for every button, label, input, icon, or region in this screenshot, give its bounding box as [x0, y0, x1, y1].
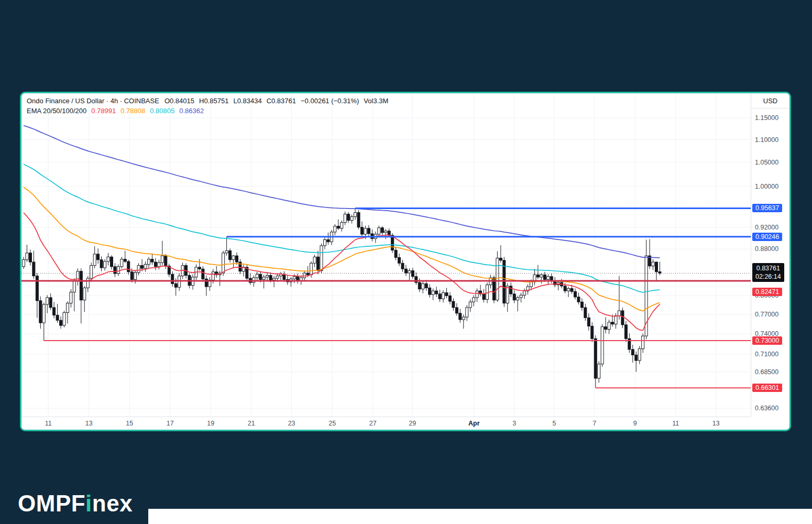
price-tick: 0.92000 — [755, 224, 778, 231]
low-value: L0.83434 — [233, 96, 261, 106]
logo-prefix: OMPF — [18, 490, 85, 516]
level-price-chip: 0.90246 — [752, 233, 782, 241]
volume-value: Vol3.3M — [364, 96, 388, 106]
ema-value: 0.86362 — [179, 107, 204, 115]
currency-label: USD — [751, 93, 789, 108]
chart-card-inner: Ondo Finance / US Dollar · 4h · COINBASE… — [21, 93, 789, 430]
close-value: C0.83761 — [267, 96, 296, 106]
candlestick-plot[interactable] — [21, 93, 751, 417]
price-tick: 0.77000 — [755, 311, 778, 318]
date-tick: 11 — [672, 420, 679, 427]
date-tick: 3 — [512, 420, 516, 427]
chart-legend: Ondo Finance / US Dollar · 4h · COINBASE… — [27, 96, 393, 116]
page: { "colors": { "background": "#0f2a3d", "… — [0, 0, 812, 524]
logo-accent-letter: i — [85, 490, 92, 516]
current-price-chip: 0.83761 02:26:14 — [752, 263, 784, 282]
ema-value: 0.78808 — [120, 107, 145, 115]
price-tick: 0.71000 — [755, 351, 778, 358]
date-tick: 15 — [126, 420, 133, 427]
level-price-chip: 0.66301 — [752, 384, 782, 392]
date-tick: 17 — [167, 420, 174, 427]
date-tick: 11 — [45, 420, 52, 427]
ema-legend-label[interactable]: EMA 20/50/100/200 — [27, 106, 86, 116]
date-tick: 21 — [248, 420, 255, 427]
high-value: H0.85751 — [199, 96, 228, 106]
date-tick: Apr — [468, 420, 480, 427]
price-tick: 0.68500 — [755, 368, 778, 376]
open-value: O0.84015 — [164, 96, 194, 106]
candle-countdown: 02:26:14 — [755, 272, 781, 281]
date-tick: 19 — [207, 420, 214, 427]
price-tick: 0.63600 — [755, 405, 778, 412]
date-tick: 13 — [85, 420, 93, 427]
date-tick: 13 — [712, 420, 720, 427]
logo-suffix: nex — [92, 490, 133, 516]
price-tick: 1.15000 — [755, 114, 778, 122]
current-price-value: 0.83761 — [755, 264, 781, 272]
level-price-chip: 0.73000 — [752, 336, 782, 345]
date-tick: 23 — [288, 420, 295, 427]
date-tick: 7 — [592, 420, 596, 427]
symbol-title[interactable]: Ondo Finance / US Dollar · 4h · COINBASE — [27, 96, 159, 106]
price-tick: 1.00000 — [755, 183, 778, 190]
date-tick: 9 — [633, 420, 637, 427]
symbol-row: Ondo Finance / US Dollar · 4h · COINBASE… — [27, 96, 393, 106]
date-axis[interactable]: 11131517192123252729Apr35791113 — [21, 417, 751, 430]
level-price-chip: 0.95637 — [752, 204, 782, 212]
date-tick: 25 — [328, 420, 336, 427]
ompfinex-logo: OMPFinex — [18, 490, 133, 517]
ema-legend-row: EMA 20/50/100/200 0.789910.788080.808050… — [27, 106, 393, 116]
level-price-chip: 0.82471 — [752, 288, 782, 296]
change-value: −0.00261 (−0.31%) — [301, 96, 359, 106]
price-axis[interactable]: USD 1.150001.100001.050001.000000.920000… — [751, 93, 789, 417]
chart-card: Ondo Finance / US Dollar · 4h · COINBASE… — [20, 92, 791, 431]
price-tick: 1.05000 — [755, 159, 778, 166]
ema-legend-values: 0.789910.788080.808050.86362 — [91, 106, 209, 116]
date-tick: 29 — [409, 420, 416, 427]
date-tick: 5 — [552, 420, 556, 427]
bottom-white-strip — [148, 509, 812, 524]
ema-value: 0.80805 — [150, 107, 174, 115]
price-tick: 0.88000 — [755, 245, 778, 253]
date-tick: 27 — [369, 420, 377, 427]
price-tick: 1.10000 — [755, 136, 778, 144]
ema-value: 0.78991 — [91, 107, 116, 115]
